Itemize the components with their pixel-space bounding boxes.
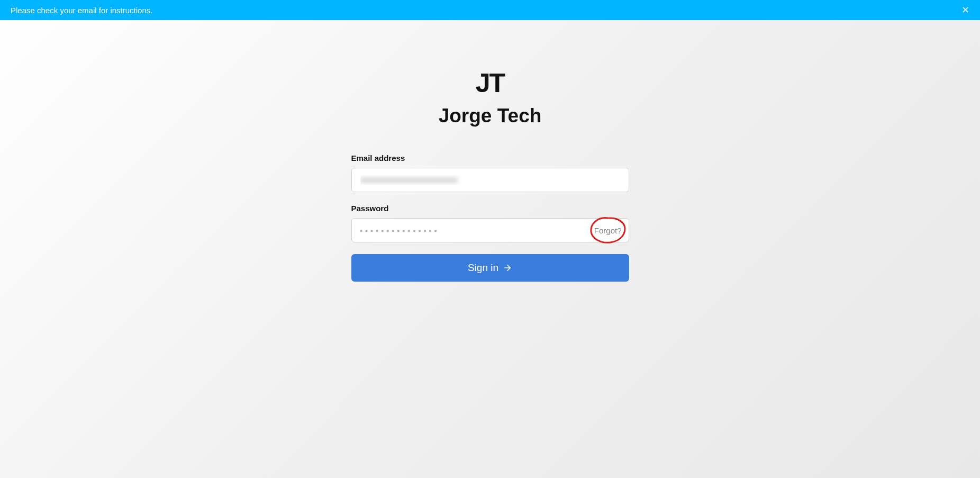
arrow-right-icon [503, 263, 512, 273]
email-group: Email address [351, 154, 629, 192]
signin-button[interactable]: Sign in [351, 254, 629, 282]
notification-message: Please check your email for instructions… [11, 6, 152, 15]
notification-bar: Please check your email for instructions… [0, 0, 980, 20]
email-field[interactable] [351, 168, 629, 192]
login-container: JT Jorge Tech Email address Password ●●●… [351, 20, 629, 282]
brand-name: Jorge Tech [351, 105, 629, 127]
password-group: Password ●●●●●●●●●●●●●●● Forgot? [351, 204, 629, 242]
password-field[interactable] [351, 218, 629, 242]
email-label: Email address [351, 154, 629, 163]
signin-button-label: Sign in [468, 262, 498, 274]
brand-logo: JT [351, 68, 629, 98]
forgot-password-link[interactable]: Forgot? [594, 226, 622, 235]
close-icon[interactable]: ✕ [961, 5, 969, 15]
password-label: Password [351, 204, 629, 213]
password-wrapper: ●●●●●●●●●●●●●●● Forgot? [351, 218, 629, 242]
